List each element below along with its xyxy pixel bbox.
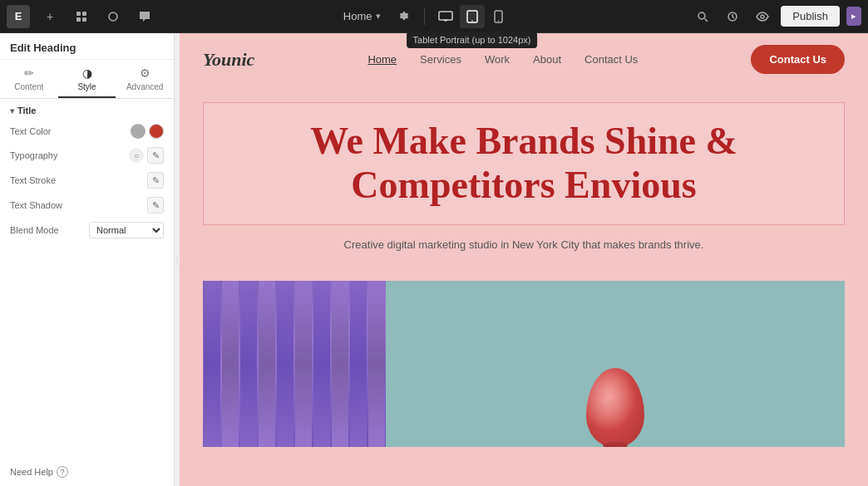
blend-mode-row: Blend Mode Normal Multiply Screen Overla… bbox=[10, 222, 164, 238]
text-color-row: Text Color bbox=[10, 124, 164, 139]
content-tab-icon: ✏ bbox=[24, 66, 34, 80]
need-help-text: Need Help bbox=[10, 467, 53, 477]
svg-point-15 bbox=[761, 15, 764, 18]
nav-services[interactable]: Services bbox=[420, 53, 461, 66]
site-logo: Younic bbox=[203, 49, 254, 71]
svg-rect-3 bbox=[82, 17, 86, 22]
history-icon[interactable] bbox=[721, 5, 744, 28]
typography-row: Typography ○ ✎ bbox=[10, 147, 164, 164]
nav-about[interactable]: About bbox=[533, 53, 561, 66]
shapes-icon[interactable] bbox=[101, 5, 125, 28]
advanced-tab-label: Advanced bbox=[126, 82, 163, 91]
help-icon: ? bbox=[57, 466, 68, 478]
device-switcher: Tablet Portrait (up to 1024px) bbox=[433, 5, 511, 28]
nav-work[interactable]: Work bbox=[485, 53, 510, 66]
curtain-line-1 bbox=[204, 281, 220, 447]
text-stroke-edit-button[interactable]: ✎ bbox=[147, 172, 164, 189]
settings-icon[interactable] bbox=[392, 5, 416, 28]
site-nav: Younic Home Services Work About Contact … bbox=[180, 33, 868, 86]
svg-point-12 bbox=[698, 12, 705, 19]
typography-edit-button[interactable]: ✎ bbox=[147, 147, 164, 164]
text-shadow-edit-button[interactable]: ✎ bbox=[147, 197, 164, 214]
hero-section: We Make Brands Shine & Competitors Envio… bbox=[180, 86, 868, 281]
text-shadow-controls: ✎ bbox=[147, 197, 164, 214]
text-color-label: Text Color bbox=[10, 126, 52, 136]
style-tab-icon: ◑ bbox=[82, 66, 92, 80]
purple-curtain-image bbox=[203, 281, 386, 447]
curtain-line-9 bbox=[350, 281, 367, 447]
elementor-logo-icon[interactable]: E bbox=[7, 5, 30, 28]
hero-subtext: Creative digital marketing studio in New… bbox=[203, 238, 845, 251]
add-element-icon[interactable]: + bbox=[38, 5, 62, 28]
top-toolbar: E + Home ▾ Tablet Portrai bbox=[0, 0, 868, 33]
typography-label: Typography bbox=[10, 150, 57, 160]
advanced-tab-icon: ⚙ bbox=[140, 66, 150, 80]
typography-reset-button[interactable]: ○ bbox=[129, 148, 144, 163]
content-tab-label: Content bbox=[14, 82, 43, 91]
nav-contact[interactable]: Contact Us bbox=[584, 53, 638, 66]
svg-line-13 bbox=[705, 18, 708, 22]
tab-advanced[interactable]: ⚙ Advanced bbox=[116, 60, 174, 98]
nav-cta-button[interactable]: Contact Us bbox=[751, 45, 845, 74]
svg-point-4 bbox=[109, 12, 117, 21]
preview-icon[interactable] bbox=[751, 5, 774, 28]
hero-heading: We Make Brands Shine & Competitors Envio… bbox=[229, 120, 819, 208]
toolbar-center: Home ▾ Tablet Portrait (up to 1024px) bbox=[337, 5, 511, 28]
section-arrow-icon: ▾ bbox=[10, 106, 14, 115]
teal-vase-image bbox=[386, 281, 845, 447]
image-section bbox=[203, 281, 845, 447]
divider bbox=[424, 8, 425, 25]
search-icon[interactable] bbox=[691, 5, 714, 28]
panel-tabs: ✏ Content ◑ Style ⚙ Advanced bbox=[0, 60, 174, 99]
curtain-line-10 bbox=[368, 281, 385, 447]
blend-mode-label: Blend Mode bbox=[10, 225, 59, 235]
toolbar-right: Publish ▸ bbox=[691, 5, 861, 28]
svg-point-9 bbox=[471, 20, 473, 22]
vase-image bbox=[586, 368, 644, 447]
text-color-controls bbox=[131, 124, 164, 139]
curtain-line-7 bbox=[313, 281, 330, 447]
text-shadow-row: Text Shadow ✎ bbox=[10, 197, 164, 214]
text-stroke-controls: ✎ bbox=[147, 172, 164, 189]
mobile-view-button[interactable] bbox=[486, 5, 511, 28]
publish-expand-button[interactable]: ▸ bbox=[846, 7, 861, 26]
text-color-reset-button[interactable] bbox=[131, 124, 145, 139]
svg-rect-1 bbox=[82, 12, 86, 16]
home-dropdown[interactable]: Home ▾ bbox=[337, 7, 387, 26]
nav-home[interactable]: Home bbox=[367, 53, 397, 66]
title-section: ▾ Title Text Color Typography ○ ✎ bbox=[0, 99, 174, 253]
canvas-area: Younic Home Services Work About Contact … bbox=[180, 33, 868, 486]
text-stroke-label: Text Stroke bbox=[10, 175, 56, 185]
toolbar-left: E + bbox=[7, 5, 156, 28]
publish-button[interactable]: Publish bbox=[781, 6, 840, 27]
website-preview: Younic Home Services Work About Contact … bbox=[180, 33, 868, 486]
svg-rect-2 bbox=[76, 17, 81, 22]
text-shadow-label: Text Shadow bbox=[10, 200, 62, 210]
curtain-line-4 bbox=[259, 281, 275, 447]
svg-rect-5 bbox=[439, 12, 452, 20]
nav-links: Home Services Work About Contact Us bbox=[367, 53, 638, 66]
curtain-lines bbox=[203, 281, 386, 447]
structure-icon[interactable] bbox=[70, 5, 93, 28]
curtain-line-2 bbox=[222, 281, 239, 447]
curtain-line-6 bbox=[295, 281, 312, 447]
curtain-line-3 bbox=[240, 281, 257, 447]
text-color-swatch[interactable] bbox=[149, 124, 164, 139]
section-title: ▾ Title bbox=[10, 106, 164, 115]
need-help-section[interactable]: Need Help ? bbox=[0, 458, 174, 486]
main-layout: Edit Heading ✏ Content ◑ Style ⚙ Advance… bbox=[0, 33, 868, 486]
tab-content[interactable]: ✏ Content bbox=[0, 60, 58, 98]
svg-point-11 bbox=[498, 20, 499, 21]
curtain-line-5 bbox=[277, 281, 293, 447]
hero-heading-box[interactable]: We Make Brands Shine & Competitors Envio… bbox=[203, 102, 845, 225]
tab-style[interactable]: ◑ Style bbox=[58, 60, 116, 98]
tablet-view-button[interactable]: Tablet Portrait (up to 1024px) bbox=[460, 5, 485, 28]
vase-texture bbox=[586, 368, 644, 447]
typography-controls: ○ ✎ bbox=[129, 147, 164, 164]
left-panel: Edit Heading ✏ Content ◑ Style ⚙ Advance… bbox=[0, 33, 175, 486]
style-tab-label: Style bbox=[77, 82, 96, 91]
curtain-line-8 bbox=[332, 281, 348, 447]
blend-mode-select[interactable]: Normal Multiply Screen Overlay bbox=[89, 222, 164, 238]
chat-icon[interactable] bbox=[133, 5, 156, 28]
desktop-view-button[interactable] bbox=[433, 5, 458, 28]
